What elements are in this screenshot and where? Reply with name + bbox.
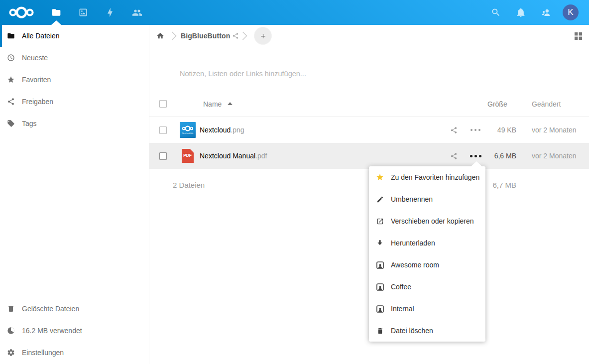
file-name[interactable]: Nextcloud Manual.pdf xyxy=(200,152,443,160)
home-icon xyxy=(156,32,164,40)
app-menu xyxy=(43,0,150,25)
menu-item-room-internal[interactable]: Internal xyxy=(369,298,485,320)
sidebar-item-label: Freigaben xyxy=(22,98,53,106)
sidebar-spacer xyxy=(0,134,149,298)
folder-icon xyxy=(0,32,22,40)
app-contacts[interactable] xyxy=(123,0,150,25)
app-files[interactable] xyxy=(43,0,70,25)
sidebar-item-label: Tags xyxy=(22,120,37,127)
menu-item-favorite[interactable]: Zu den Favoriten hinzufügen xyxy=(369,166,485,188)
more-dots-icon xyxy=(469,155,482,157)
share-button[interactable] xyxy=(443,119,465,141)
file-table-header: Name Größe Geändert xyxy=(149,91,589,117)
sidebar-item-label: Gelöschte Dateien xyxy=(22,305,79,313)
move-copy-icon xyxy=(369,218,391,225)
menu-item-rename[interactable]: Umbenennen xyxy=(369,188,485,210)
app-navigation-sidebar: Alle Dateien Neueste Favoriten Freigaben… xyxy=(0,25,149,364)
row-checkbox[interactable] xyxy=(159,126,167,134)
sidebar-item-deleted-files[interactable]: Gelöschte Dateien xyxy=(0,298,149,320)
breadcrumb-folder-name[interactable]: BigBlueButton xyxy=(181,32,230,40)
more-dots-icon xyxy=(470,129,481,131)
files-content: BigBlueButton Notizen, Listen oder Links… xyxy=(149,25,589,364)
grid-view-toggle[interactable] xyxy=(570,27,587,44)
chevron-right-icon xyxy=(242,31,247,40)
select-all-cell xyxy=(149,100,176,108)
row-checkbox[interactable] xyxy=(159,152,167,160)
menu-item-room-coffee[interactable]: Coffee xyxy=(369,276,485,298)
room-icon xyxy=(369,261,391,269)
sidebar-item-all-files[interactable]: Alle Dateien xyxy=(0,25,149,47)
menu-item-delete[interactable]: Datei löschen xyxy=(369,320,485,342)
column-header-modified[interactable]: Geändert xyxy=(516,100,589,108)
file-row-nextcloud-png[interactable]: Nextcloud Hub Nextcloud.png 49 KB vor 2 … xyxy=(149,117,589,143)
app-photos[interactable] xyxy=(70,0,97,25)
grid-view-icon xyxy=(575,32,582,40)
header-bar: K xyxy=(0,0,589,25)
file-name[interactable]: Nextcloud.png xyxy=(200,126,443,134)
column-header-size[interactable]: Größe xyxy=(487,100,516,108)
share-icon xyxy=(0,98,22,106)
summary-total-size: 6,7 MB xyxy=(487,181,516,189)
trash-icon xyxy=(369,327,391,335)
breadcrumb: BigBlueButton xyxy=(149,25,589,47)
menu-item-room-awesome[interactable]: Awesome room xyxy=(369,254,485,276)
column-header-name[interactable]: Name xyxy=(180,100,443,108)
select-all-checkbox[interactable] xyxy=(159,100,167,108)
sidebar-item-label: Alle Dateien xyxy=(22,32,60,40)
file-actions-menu: Zu den Favoriten hinzufügen Umbenennen V… xyxy=(369,166,485,342)
sidebar-item-label: 16.2 MB verwendet xyxy=(22,327,82,335)
download-icon xyxy=(369,239,391,247)
notes-placeholder: Notizen, Listen oder Links hinzufügen... xyxy=(180,70,306,78)
more-actions-button[interactable] xyxy=(465,119,486,141)
pencil-icon xyxy=(369,196,391,203)
breadcrumb-home-button[interactable] xyxy=(149,25,171,47)
sidebar-footer: Gelöschte Dateien 16.2 MB verwendet Eins… xyxy=(0,298,149,364)
sidebar-item-tags[interactable]: Tags xyxy=(0,113,149,134)
sidebar-item-label: Neueste xyxy=(22,54,48,62)
settings-gear-icon xyxy=(0,349,22,357)
share-button[interactable] xyxy=(443,145,465,167)
star-icon xyxy=(0,76,22,84)
menu-caret xyxy=(471,161,482,166)
sidebar-item-favorites[interactable]: Favoriten xyxy=(0,69,149,91)
user-avatar[interactable]: K xyxy=(563,4,579,20)
room-icon xyxy=(369,283,391,291)
menu-item-download[interactable]: Herunterladen xyxy=(369,232,485,254)
app-activity[interactable] xyxy=(97,0,123,25)
menu-item-move-copy[interactable]: Verschieben oder kopieren xyxy=(369,210,485,232)
quota-pie-icon xyxy=(0,327,22,335)
file-size: 6,6 MB xyxy=(487,152,516,160)
sort-ascending-icon xyxy=(228,102,233,105)
star-icon xyxy=(369,173,391,181)
plus-icon xyxy=(259,32,267,40)
notifications-button[interactable] xyxy=(508,0,533,25)
notifications-bell-icon xyxy=(516,7,526,17)
sidebar-item-shares[interactable]: Freigaben xyxy=(0,91,149,113)
share-icon xyxy=(450,152,458,160)
sidebar-item-settings[interactable]: Einstellungen xyxy=(0,342,149,364)
sidebar-item-label: Einstellungen xyxy=(22,349,64,357)
clock-icon xyxy=(0,54,22,62)
contacts-menu-icon xyxy=(541,7,551,18)
row-checkbox-cell xyxy=(149,152,176,160)
file-thumbnail-nextcloud-png[interactable]: Nextcloud Hub xyxy=(180,122,196,138)
search-button[interactable] xyxy=(483,0,508,25)
workspace-notes-input[interactable]: Notizen, Listen oder Links hinzufügen... xyxy=(149,47,589,91)
share-icon xyxy=(450,126,458,134)
sidebar-item-label: Favoriten xyxy=(22,76,51,84)
room-icon xyxy=(369,305,391,313)
sidebar-item-quota[interactable]: 16.2 MB verwendet xyxy=(0,320,149,342)
share-icon xyxy=(232,32,239,39)
header-right-actions: K xyxy=(483,0,589,25)
sidebar-item-recent[interactable]: Neueste xyxy=(0,47,149,69)
svg-text:Nextcloud Hub: Nextcloud Hub xyxy=(182,132,193,134)
add-new-button[interactable] xyxy=(254,27,272,45)
nextcloud-logo[interactable] xyxy=(6,4,36,21)
file-row-nextcloud-manual-pdf[interactable]: PDF Nextcloud Manual.pdf 6,6 MB vor 2 Mo… xyxy=(149,143,589,169)
file-modified: vor 2 Monaten xyxy=(516,126,589,134)
search-icon xyxy=(491,7,501,17)
breadcrumb-share-button[interactable] xyxy=(232,32,239,39)
file-thumbnail-pdf[interactable]: PDF xyxy=(180,148,196,164)
contacts-menu-button[interactable] xyxy=(533,0,558,25)
svg-text:PDF: PDF xyxy=(183,153,192,158)
